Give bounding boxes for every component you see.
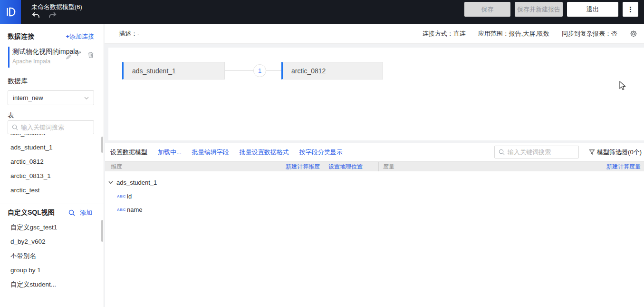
settings-gear-icon[interactable]	[630, 30, 637, 38]
database-select[interactable]: intern_new	[8, 90, 94, 105]
panel-title: 设置数据模型	[110, 148, 147, 157]
batch-edit-fields-link[interactable]: 批量编辑字段	[192, 148, 229, 157]
table-list: ads_student ads_student_1 arctic_0812 ar…	[0, 134, 104, 200]
dimension-tree: ads_student_1 ABC id ABC name	[105, 171, 378, 216]
sql-view-header: 自定义SQL视图 添加	[8, 208, 92, 217]
apply-scope: 应用范围：报告,大屏,取数	[478, 30, 549, 38]
node-label: ads_student_1	[132, 67, 176, 75]
more-menu-button[interactable]: ⋮	[623, 2, 638, 17]
exit-button[interactable]: 退出	[567, 2, 618, 17]
sql-view-item[interactable]: 自定义student...	[0, 277, 104, 292]
description-label: 描述：	[119, 30, 137, 37]
model-filter-label: 模型筛选器(0个)	[597, 148, 642, 157]
save-and-new-report-button[interactable]: 保存并新建报告	[515, 2, 563, 17]
connect-mode: 连接方式：直连	[423, 30, 466, 38]
table-list-item[interactable]: arctic_test	[0, 183, 104, 198]
set-geo-link[interactable]: 设置地理位置	[328, 163, 363, 171]
sidebar: 数据连接 +添加连接 测试物化视图的impala Apache Impala 数…	[0, 24, 104, 307]
tree-table-name: ads_student_1	[116, 179, 157, 186]
sidebar-divider	[0, 204, 104, 204]
field-name: id	[127, 193, 132, 200]
add-sql-view-link[interactable]: 添加	[80, 208, 92, 217]
table-list-item[interactable]: arctic_0812	[0, 155, 104, 169]
description-value[interactable]: -	[137, 30, 139, 37]
sql-view-item[interactable]: 不带别名	[0, 249, 104, 263]
model-title[interactable]: 未命名数据模型(6)	[31, 3, 82, 11]
sql-view-item[interactable]: d_by2_v602	[0, 235, 104, 249]
search-icon	[499, 149, 505, 155]
swap-connection-icon[interactable]	[75, 50, 83, 57]
table-search-box	[8, 120, 94, 134]
table-list-item[interactable]: ads_student_1	[0, 140, 104, 155]
canvas-node-right[interactable]: arctic_0812	[281, 62, 383, 79]
batch-set-format-link[interactable]: 批量设置数据格式	[240, 148, 289, 157]
search-icon	[12, 124, 18, 130]
string-type-icon: ABC	[117, 194, 125, 198]
table-list-item-clipped[interactable]: ads_student	[0, 134, 104, 140]
sql-view-item[interactable]: group by 1	[0, 263, 104, 277]
info-bar: 描述：- 连接方式：直连 应用范围：报告,大屏,取数 同步到复杂报表：否	[105, 24, 644, 44]
model-canvas[interactable]: ads_student_1 arctic_0812 1	[108, 48, 644, 140]
model-filter-button[interactable]: 模型筛选器(0个)	[589, 143, 642, 161]
tree-field-row[interactable]: ABC id	[105, 189, 378, 203]
save-button[interactable]: 保存	[464, 2, 510, 17]
tree-field-row[interactable]: ABC name	[105, 203, 378, 216]
join-count: 1	[258, 67, 261, 74]
table-list-item[interactable]: arctic_0813_1	[0, 169, 104, 183]
sql-list-scrollbar[interactable]	[101, 220, 103, 242]
delete-connection-icon[interactable]	[87, 51, 94, 59]
plus-icon: +	[66, 33, 69, 40]
tree-table-row[interactable]: ads_student_1	[105, 175, 378, 189]
data-model-editor: { "topbar": { "title": "未命名数据模型(6)", "bu…	[0, 0, 644, 307]
table-search-input[interactable]	[21, 124, 90, 131]
dimension-header: 维度	[111, 163, 122, 171]
filter-funnel-icon	[589, 149, 595, 155]
database-selected-value: intern_new	[13, 94, 43, 101]
sql-view-list: 自定义gsc_test1 d_by2_v602 不带别名 group by 1 …	[0, 220, 104, 292]
field-name: name	[127, 206, 143, 213]
string-type-icon: ABC	[117, 208, 125, 212]
add-connection-link[interactable]: +添加连接	[66, 32, 94, 41]
logo-d-icon	[4, 6, 17, 18]
sync-to-report: 同步到复杂报表：否	[562, 30, 617, 38]
model-settings-panel: 设置数据模型 加载中... 批量编辑字段 批量设置数据格式 按字段分类显示 模型…	[105, 143, 644, 307]
node-label: arctic_0812	[291, 67, 326, 75]
new-calc-dimension-link[interactable]: 新建计算维度	[286, 163, 320, 171]
chevron-down-icon	[84, 97, 89, 99]
data-connection-header: 数据连接 +添加连接	[8, 32, 94, 41]
database-label: 数据库	[8, 77, 28, 86]
table-list-scrollbar[interactable]	[101, 137, 103, 153]
field-search-box	[494, 146, 579, 158]
loading-link: 加载中...	[158, 148, 182, 157]
edit-connection-icon[interactable]	[66, 54, 72, 60]
field-header-row: 维度 新建计算维度 设置地理位置 度量 新建计算度量	[105, 161, 644, 171]
connection-name: 测试物化视图的impala	[12, 48, 96, 56]
sql-view-title: 自定义SQL视图	[8, 208, 55, 217]
data-connection-title: 数据连接	[8, 32, 34, 41]
table-label: 表	[8, 111, 14, 120]
connection-item[interactable]: 测试物化视图的impala Apache Impala	[8, 47, 96, 68]
redo-icon[interactable]	[48, 11, 57, 19]
new-calc-measure-link[interactable]: 新建计算度量	[606, 163, 641, 170]
canvas-node-left[interactable]: ads_student_1	[122, 62, 225, 79]
field-search-input[interactable]	[508, 149, 575, 156]
sql-view-item[interactable]: 自定义gsc_test1	[0, 220, 104, 235]
sql-search-icon[interactable]	[68, 209, 75, 216]
measure-header: 度量	[383, 163, 394, 171]
join-badge[interactable]: 1	[253, 64, 266, 77]
group-by-field-link[interactable]: 按字段分类显示	[299, 148, 343, 157]
undo-icon[interactable]	[31, 11, 40, 19]
top-bar: 未命名数据模型(6) 保存 保存并新建报告 退出 ⋮	[0, 0, 644, 24]
chevron-down-icon[interactable]	[108, 181, 113, 184]
connection-driver: Apache Impala	[12, 58, 96, 65]
app-logo[interactable]	[0, 0, 21, 24]
